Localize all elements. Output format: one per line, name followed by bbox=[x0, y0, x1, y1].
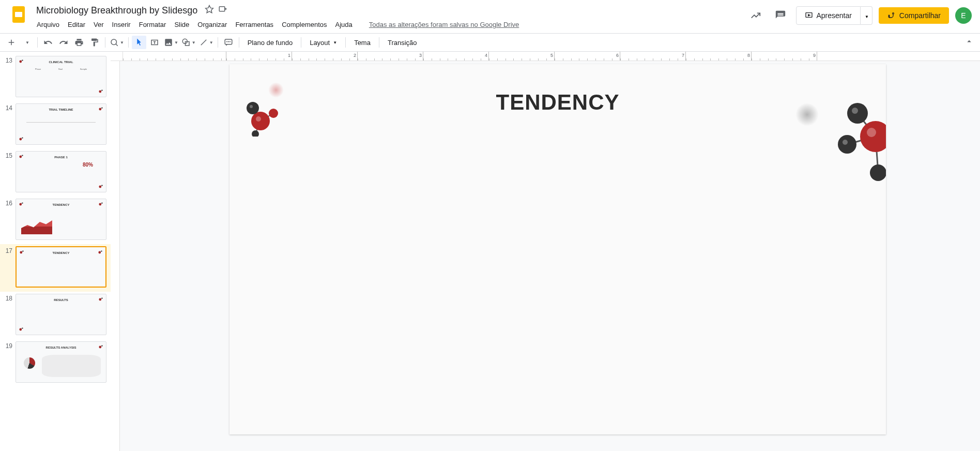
shape-tool[interactable]: ▼ bbox=[180, 36, 197, 49]
svg-point-38 bbox=[99, 346, 101, 349]
svg-point-32 bbox=[98, 251, 101, 254]
menu-edit[interactable]: Editar bbox=[64, 19, 89, 31]
document-title[interactable]: Microbiology Breakthrough by Slidesgo bbox=[33, 4, 201, 17]
save-status[interactable]: Todas as alterações foram salvas no Goog… bbox=[365, 19, 523, 31]
svg-point-58 bbox=[843, 140, 848, 145]
svg-rect-3 bbox=[219, 7, 225, 11]
textbox-tool[interactable] bbox=[147, 36, 162, 49]
svg-point-55 bbox=[847, 103, 868, 124]
print-button[interactable] bbox=[72, 36, 86, 49]
svg-point-14 bbox=[19, 61, 22, 63]
comment-button[interactable] bbox=[221, 36, 236, 49]
menu-help[interactable]: Ajuda bbox=[332, 19, 356, 31]
svg-point-33 bbox=[101, 250, 102, 251]
svg-point-54 bbox=[867, 128, 876, 137]
menu-addons[interactable]: Complementos bbox=[278, 19, 330, 31]
menu-insert[interactable]: Inserir bbox=[109, 19, 134, 31]
slides-logo[interactable] bbox=[8, 4, 29, 25]
ruler-horizontal[interactable]: 1 2 3 4 5 6 7 8 9 bbox=[123, 52, 980, 61]
svg-point-36 bbox=[19, 328, 22, 331]
collapse-toolbar-icon[interactable] bbox=[962, 35, 976, 50]
svg-point-26 bbox=[19, 203, 22, 206]
svg-point-44 bbox=[256, 116, 261, 122]
filmstrip[interactable]: 13 CLINICAL TRIAL PhaseGoalSample 14 TRI… bbox=[0, 52, 111, 451]
svg-point-29 bbox=[101, 202, 102, 203]
undo-button[interactable] bbox=[41, 36, 55, 49]
move-icon[interactable] bbox=[218, 5, 227, 16]
svg-point-57 bbox=[838, 135, 856, 154]
ruler-vertical[interactable] bbox=[111, 61, 120, 451]
svg-point-24 bbox=[99, 186, 101, 188]
paint-format-button[interactable] bbox=[87, 36, 102, 49]
svg-point-22 bbox=[19, 156, 22, 158]
menu-format[interactable]: Formatar bbox=[135, 19, 170, 31]
new-slide-button[interactable] bbox=[4, 36, 19, 49]
svg-point-23 bbox=[22, 155, 23, 156]
svg-point-46 bbox=[250, 105, 253, 108]
zoom-button[interactable]: ▼ bbox=[109, 36, 125, 49]
image-tool[interactable]: ▼ bbox=[163, 36, 179, 49]
redo-button[interactable] bbox=[56, 36, 71, 49]
transition-button[interactable]: Transição bbox=[382, 37, 422, 49]
toolbar: ▼ ▼ ▼ ▼ ▼ Plano de fundo Layout▼ Tema Tr… bbox=[0, 33, 980, 52]
svg-rect-6 bbox=[889, 15, 890, 18]
menu-arrange[interactable]: Organizar bbox=[194, 19, 231, 31]
molecule-graphic-left[interactable] bbox=[240, 85, 286, 139]
background-button[interactable]: Plano de fundo bbox=[242, 37, 298, 49]
svg-point-37 bbox=[22, 327, 23, 328]
slide-thumb-14[interactable]: 14 TRIAL TIMELINE bbox=[0, 101, 111, 149]
svg-point-48 bbox=[252, 130, 259, 137]
menubar: Arquivo Editar Ver Inserir Formatar Slid… bbox=[33, 19, 746, 31]
title-area: Microbiology Breakthrough by Slidesgo Ar… bbox=[33, 4, 746, 31]
svg-point-27 bbox=[22, 202, 23, 203]
theme-button[interactable]: Tema bbox=[349, 37, 376, 49]
svg-point-20 bbox=[19, 138, 22, 141]
new-slide-dropdown[interactable]: ▼ bbox=[20, 36, 34, 49]
slide-thumb-18[interactable]: 18 RESULTS bbox=[0, 292, 111, 339]
svg-point-31 bbox=[22, 250, 23, 251]
line-tool[interactable]: ▼ bbox=[198, 36, 215, 49]
svg-line-12 bbox=[201, 40, 207, 46]
avatar[interactable]: E bbox=[955, 7, 972, 24]
header-actions: Apresentar ▼ Compartilhar E bbox=[746, 6, 972, 25]
slide-canvas[interactable]: TENDENCY bbox=[229, 64, 886, 434]
svg-rect-1 bbox=[15, 12, 22, 17]
slide-thumb-15[interactable]: 15 PHASE 1 80% bbox=[0, 149, 111, 197]
svg-line-8 bbox=[116, 44, 118, 46]
present-dropdown[interactable]: ▼ bbox=[861, 6, 872, 25]
slide-title[interactable]: TENDENCY bbox=[496, 90, 619, 115]
svg-point-56 bbox=[852, 108, 858, 114]
slide-thumb-16[interactable]: 16 TENDENCY bbox=[0, 197, 111, 244]
svg-point-21 bbox=[22, 137, 23, 138]
ruler-corner bbox=[111, 52, 123, 61]
svg-point-17 bbox=[101, 89, 102, 91]
svg-point-35 bbox=[101, 297, 102, 298]
layout-button[interactable]: Layout▼ bbox=[304, 37, 342, 49]
comments-icon[interactable] bbox=[771, 6, 790, 25]
svg-point-25 bbox=[101, 185, 102, 186]
star-icon[interactable] bbox=[205, 5, 214, 16]
share-button[interactable]: Compartilhar bbox=[879, 7, 949, 24]
svg-point-47 bbox=[269, 109, 278, 118]
svg-point-59 bbox=[870, 164, 886, 181]
present-button[interactable]: Apresentar bbox=[796, 6, 860, 25]
svg-point-30 bbox=[20, 251, 22, 254]
molecule-graphic-right[interactable] bbox=[829, 90, 886, 190]
slide-thumb-17[interactable]: 17 TENDENCY bbox=[0, 244, 111, 292]
svg-marker-2 bbox=[206, 6, 213, 13]
menu-file[interactable]: Arquivo bbox=[33, 19, 63, 31]
menu-tools[interactable]: Ferramentas bbox=[232, 19, 277, 31]
svg-point-34 bbox=[99, 298, 101, 301]
activity-icon[interactable] bbox=[746, 6, 765, 25]
svg-point-16 bbox=[99, 91, 101, 93]
slide-thumb-13[interactable]: 13 CLINICAL TRIAL PhaseGoalSample bbox=[0, 54, 111, 101]
canvas-area[interactable]: 1 2 3 4 5 6 7 8 9 bbox=[111, 52, 980, 451]
svg-point-19 bbox=[101, 107, 102, 108]
select-tool[interactable] bbox=[132, 36, 146, 49]
menu-view[interactable]: Ver bbox=[90, 19, 108, 31]
svg-point-15 bbox=[22, 59, 23, 61]
menu-slide[interactable]: Slide bbox=[171, 19, 193, 31]
svg-point-45 bbox=[247, 102, 259, 114]
slide-thumb-19[interactable]: 19 RESULTS ANALYSIS bbox=[0, 339, 111, 387]
svg-marker-5 bbox=[808, 14, 810, 16]
